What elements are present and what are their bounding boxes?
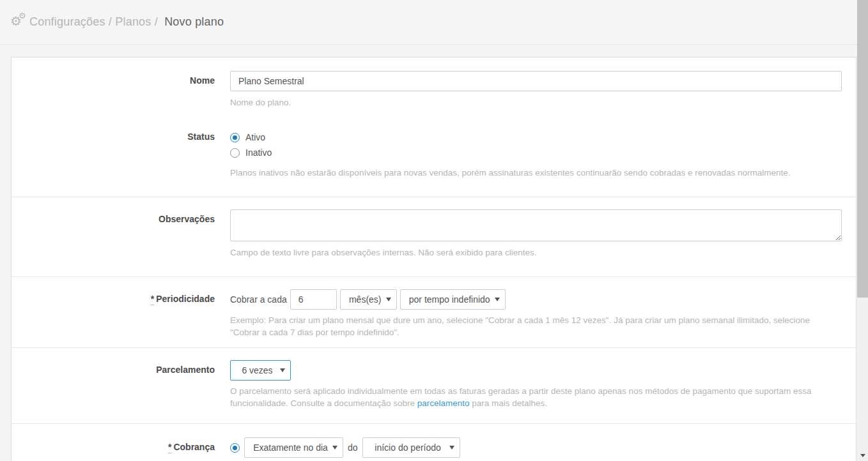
observacoes-textarea[interactable] <box>230 209 842 241</box>
chevron-down-icon <box>449 446 454 450</box>
cobranca-connector: do <box>348 442 358 453</box>
interval-unit-select[interactable]: mês(es) <box>340 289 397 310</box>
required-asterisk: * <box>168 442 171 453</box>
section-basic: Nome Nome do plano. Status Ativo Inativo… <box>12 57 856 197</box>
periodicidade-help: Exemplo: Para criar um plano mensal que … <box>230 314 832 338</box>
gears-icon: ⚙ ⚙ <box>10 14 29 31</box>
cobranca-option-exact: Exatamente no dia do início do período <box>230 437 842 458</box>
nome-input[interactable] <box>230 71 842 91</box>
breadcrumb-path[interactable]: Configurações / Planos / <box>29 15 158 28</box>
parcelamento-select[interactable]: 6 vezes <box>230 360 291 381</box>
chevron-down-icon <box>386 298 391 301</box>
radio-ativo-label: Ativo <box>245 132 265 142</box>
breadcrumb: Configurações / Planos / Novo plano <box>29 15 224 29</box>
cobranca-label: *Cobrança <box>12 437 230 461</box>
status-row: Status Ativo Inativo Planos inativos não… <box>12 130 856 179</box>
radio-inativo[interactable] <box>230 148 240 158</box>
nome-label: Nome <box>12 71 230 109</box>
status-help: Planos inativos não estarão disponíveis … <box>230 167 842 179</box>
nome-help: Nome do plano. <box>230 96 842 109</box>
periodicidade-label: *Periodicidade <box>12 289 230 338</box>
parcelamento-help: O parcelamento será aplicado individualm… <box>230 385 832 409</box>
parcelamento-docs-link[interactable]: parcelamento <box>417 398 470 408</box>
nome-row: Nome Nome do plano. <box>12 71 856 109</box>
duration-select[interactable]: por tempo indefinido <box>400 289 506 310</box>
parcelamento-label: Parcelamento <box>12 360 230 409</box>
radio-cobranca-exact[interactable] <box>230 443 240 453</box>
section-cobranca: *Cobrança Exatamente no dia do início do… <box>12 424 856 461</box>
scrollbar-down-button[interactable] <box>857 450 868 461</box>
section-observacoes: Observações Campo de texto livre para ob… <box>12 197 856 277</box>
billing-period-select[interactable]: início do período <box>362 437 460 458</box>
radio-inativo-label: Inativo <box>245 147 272 158</box>
billing-day-select[interactable]: Exatamente no dia <box>244 437 343 458</box>
chevron-down-icon <box>280 368 285 372</box>
periodicidade-prefix: Cobrar a cada <box>230 294 287 305</box>
interval-input[interactable] <box>290 289 337 310</box>
arrow-down-icon <box>860 454 865 457</box>
status-label: Status <box>12 130 230 179</box>
status-option-ativo[interactable]: Ativo <box>230 130 842 145</box>
required-asterisk: * <box>151 294 154 305</box>
status-option-inativo[interactable]: Inativo <box>230 145 842 160</box>
chevron-down-icon <box>495 298 500 301</box>
scrollbar-thumb[interactable] <box>857 0 868 298</box>
section-parcelamento: Parcelamento 6 vezes O parcelamento será… <box>12 348 856 424</box>
vertical-scrollbar[interactable] <box>857 0 868 461</box>
observacoes-label: Observações <box>12 209 230 259</box>
chevron-down-icon <box>332 446 337 450</box>
breadcrumb-current: Novo plano <box>164 15 224 28</box>
observacoes-help: Campo de texto livre para observações in… <box>230 246 842 259</box>
radio-ativo[interactable] <box>230 133 240 142</box>
new-plan-form-panel: Nome Nome do plano. Status Ativo Inativo… <box>11 57 856 461</box>
page-header: ⚙ ⚙ Configurações / Planos / Novo plano <box>0 0 857 45</box>
section-periodicidade: *Periodicidade Cobrar a cada mês(es) por… <box>12 277 856 348</box>
